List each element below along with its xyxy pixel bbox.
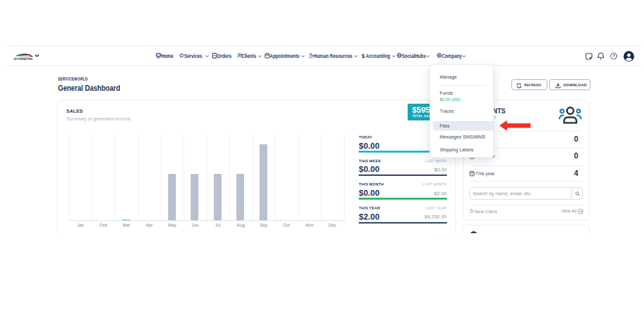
svg-text:MOTORMASTERS: MOTORMASTERS bbox=[14, 58, 33, 61]
svg-text:$: $ bbox=[361, 53, 365, 59]
svg-text:?: ? bbox=[612, 53, 614, 58]
